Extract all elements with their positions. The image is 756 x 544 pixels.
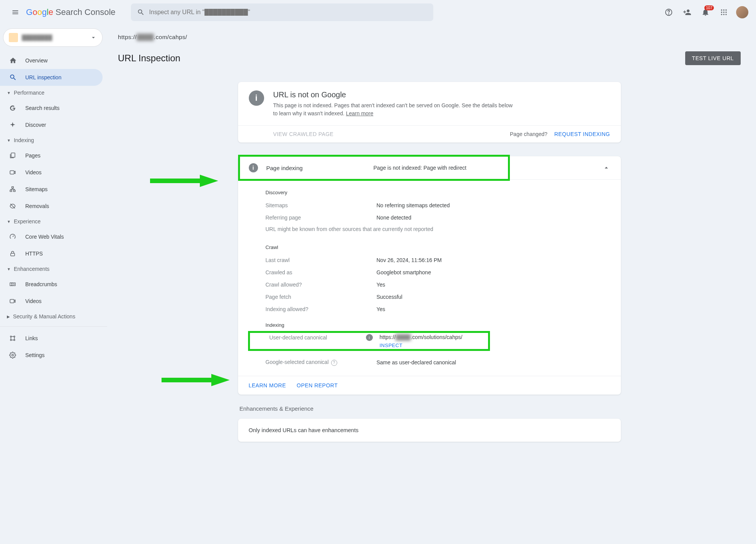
help-icon[interactable]: ? xyxy=(331,360,337,366)
test-live-url-button[interactable]: TEST LIVE URL xyxy=(685,51,741,65)
chevron-down-icon xyxy=(90,34,97,41)
notifications-button[interactable]: 107 xyxy=(698,5,713,20)
apps-button[interactable] xyxy=(716,5,732,20)
video-icon xyxy=(9,169,16,176)
sidebar-item-links[interactable]: Links xyxy=(0,330,103,347)
sidebar-item-sitemaps[interactable]: Sitemaps xyxy=(0,181,103,198)
request-indexing-button[interactable]: REQUEST INDEXING xyxy=(554,131,610,137)
view-crawled-page-button[interactable]: VIEW CRAWLED PAGE xyxy=(249,131,334,137)
svg-point-4 xyxy=(725,10,727,11)
brand-logo[interactable]: Google Search Console xyxy=(26,7,116,17)
speed-icon xyxy=(9,233,16,240)
discovery-note: URL might be known from other sources th… xyxy=(266,224,610,238)
sidebar-item-breadcrumbs[interactable]: Breadcrumbs xyxy=(0,276,103,293)
sidebar-item-label: Search results xyxy=(25,105,59,111)
svg-point-21 xyxy=(14,339,15,341)
enhancements-message: Only indexed URLs can have enhancements xyxy=(249,427,359,433)
kv-sitemaps: Sitemaps No referring sitemaps detected xyxy=(266,199,610,211)
sidebar-item-label: Links xyxy=(25,335,38,341)
notification-badge: 107 xyxy=(704,5,714,10)
hamburger-menu-button[interactable] xyxy=(6,3,24,21)
removals-icon xyxy=(9,203,16,210)
sidebar-item-pages[interactable]: Pages xyxy=(0,147,103,164)
svg-rect-12 xyxy=(10,171,14,174)
svg-point-2 xyxy=(721,10,722,11)
sidebar-item-label: HTTPS xyxy=(25,251,43,257)
main-content: https://████.com/cahps/ URL Inspection T… xyxy=(107,25,756,544)
sidebar-section-performance[interactable]: ▼Performance xyxy=(0,86,107,100)
page-indexing-card: i Page indexing Page is not indexed: Pag… xyxy=(238,156,621,395)
enhancements-card: Only indexed URLs can have enhancements xyxy=(238,419,621,442)
svg-rect-15 xyxy=(13,190,15,192)
sidebar-item-overview[interactable]: Overview xyxy=(0,52,103,69)
sidebar-item-label: Overview xyxy=(25,57,47,64)
discovery-group-title: Discovery xyxy=(266,190,610,195)
svg-point-22 xyxy=(12,354,14,356)
search-icon xyxy=(137,8,145,16)
sidebar-item-removals[interactable]: Removals xyxy=(0,198,103,215)
gear-icon xyxy=(9,352,16,359)
open-report-button[interactable]: OPEN REPORT xyxy=(297,382,338,388)
svg-rect-16 xyxy=(11,253,15,256)
svg-point-1 xyxy=(668,14,669,14)
chevron-up-icon xyxy=(603,164,610,172)
property-selector[interactable]: ████████ xyxy=(3,28,103,47)
sidebar-item-core-web-vitals[interactable]: Core Web Vitals xyxy=(0,228,103,245)
learn-more-button[interactable]: LEARN MORE xyxy=(249,382,286,388)
svg-point-8 xyxy=(721,14,722,15)
sidebar-item-label: Core Web Vitals xyxy=(25,234,64,240)
index-status-title: URL is not on Google xyxy=(273,90,518,99)
sidebar-item-settings[interactable]: Settings xyxy=(0,347,103,364)
sidebar-item-https[interactable]: HTTPS xyxy=(0,245,103,262)
sidebar-section-experience[interactable]: ▼Experience xyxy=(0,215,107,228)
discover-icon xyxy=(9,121,16,128)
sidebar-item-search-results[interactable]: Search results xyxy=(0,100,103,116)
page-changed-label: Page changed? xyxy=(510,131,547,137)
kv-page-fetch: Page fetchSuccessful xyxy=(266,291,610,303)
sidebar-item-videos-enh[interactable]: Videos xyxy=(0,293,103,310)
person-add-icon xyxy=(683,8,691,16)
sidebar-item-label: Pages xyxy=(25,152,41,159)
sidebar: ████████ Overview URL inspection ▼Perfor… xyxy=(0,25,107,544)
home-icon xyxy=(9,57,17,64)
sidebar-item-url-inspection[interactable]: URL inspection xyxy=(0,69,103,86)
svg-point-10 xyxy=(725,14,727,15)
breadcrumbs-icon xyxy=(9,281,16,288)
kv-last-crawl: Last crawlNov 26, 2024, 11:56:16 PM xyxy=(266,254,610,266)
info-icon[interactable]: i xyxy=(366,334,373,341)
sidebar-section-enhancements[interactable]: ▼Enhancements xyxy=(0,262,107,276)
google-g-icon xyxy=(9,105,16,111)
url-inspect-input[interactable] xyxy=(149,9,427,16)
people-button[interactable] xyxy=(679,5,695,20)
lock-icon xyxy=(9,250,16,257)
svg-rect-14 xyxy=(10,190,12,192)
page-indexing-header[interactable]: i Page indexing Page is not indexed: Pag… xyxy=(238,156,621,179)
index-status-card: i URL is not on Google This page is not … xyxy=(238,82,621,143)
annotation-arrow-1 xyxy=(150,173,219,188)
brand-suffix: Search Console xyxy=(56,7,116,17)
help-button[interactable] xyxy=(661,5,676,20)
kv-google-canonical: Google-selected canonical? Same as user-… xyxy=(266,356,610,369)
svg-marker-24 xyxy=(162,374,230,386)
account-button[interactable] xyxy=(735,5,750,20)
sidebar-section-indexing[interactable]: ▼Indexing xyxy=(0,133,107,147)
sidebar-item-label: Removals xyxy=(25,203,49,209)
sidebar-section-security[interactable]: ▶Security & Manual Actions xyxy=(0,310,107,323)
svg-point-3 xyxy=(723,10,724,11)
page-indexing-value: Page is not indexed: Page with redirect xyxy=(374,165,603,171)
links-icon xyxy=(9,335,16,342)
sidebar-item-label: URL inspection xyxy=(25,74,61,80)
hamburger-icon xyxy=(11,8,19,16)
annotation-arrow-2 xyxy=(162,372,230,388)
info-icon: i xyxy=(249,90,264,106)
inspected-url: https://████.com/cahps/ xyxy=(118,29,741,51)
svg-point-9 xyxy=(723,14,724,15)
sidebar-item-discover[interactable]: Discover xyxy=(0,116,103,133)
inspect-canonical-button[interactable]: INSPECT xyxy=(380,342,462,348)
video-icon xyxy=(9,298,16,305)
learn-more-link[interactable]: Learn more xyxy=(346,110,374,116)
sidebar-item-label: Discover xyxy=(25,122,46,128)
sidebar-item-videos[interactable]: Videos xyxy=(0,164,103,181)
svg-point-5 xyxy=(721,11,722,13)
url-inspect-search[interactable] xyxy=(131,3,433,21)
